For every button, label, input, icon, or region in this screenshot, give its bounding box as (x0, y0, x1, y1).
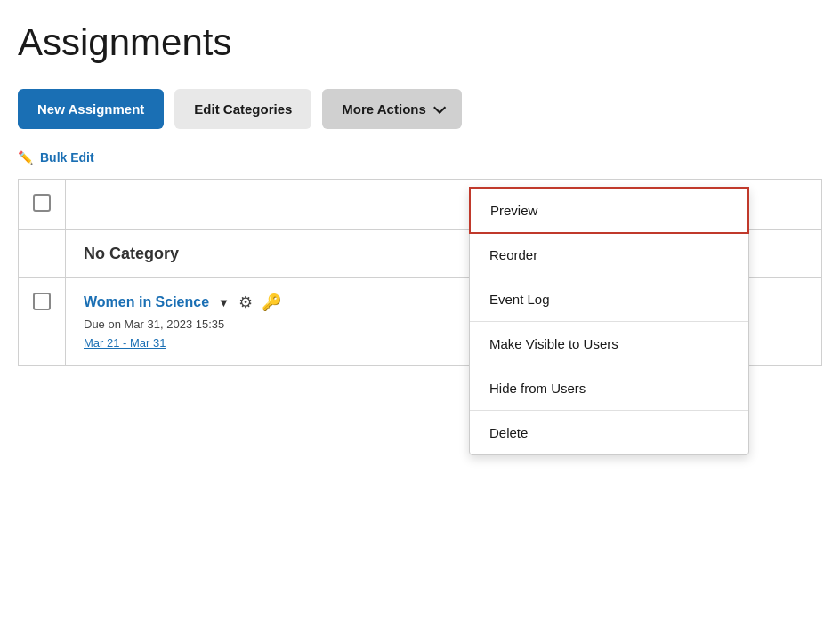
usb-icon[interactable]: ⚙ (238, 293, 253, 312)
more-actions-dropdown: Preview Reorder Event Log Make Visible t… (469, 187, 749, 455)
pencil-icon: ✏️ (18, 150, 33, 165)
assignment-dropdown-icon[interactable]: ▼ (218, 296, 230, 309)
edit-categories-button[interactable]: Edit Categories (174, 89, 311, 129)
more-actions-label: More Actions (342, 101, 425, 117)
assignment-title-link[interactable]: Women in Science (84, 294, 209, 310)
page-title: Assignments (18, 21, 822, 64)
no-category-label: No Category (84, 245, 179, 262)
row-checkbox-1[interactable] (33, 194, 51, 212)
toolbar: New Assignment Edit Categories More Acti… (18, 89, 822, 129)
more-actions-button[interactable]: More Actions (322, 89, 461, 129)
dropdown-item-event-log[interactable]: Event Log (470, 277, 748, 322)
checkbox-cell-1 (19, 180, 66, 230)
dropdown-item-reorder[interactable]: Reorder (470, 233, 748, 277)
dropdown-item-delete[interactable]: Delete (470, 411, 748, 454)
checkbox-cell-3 (19, 278, 66, 366)
dropdown-item-hide[interactable]: Hide from Users (470, 366, 748, 411)
bulk-edit-row: ✏️ Bulk Edit (18, 150, 822, 165)
chevron-down-icon (433, 100, 446, 113)
date-range-link[interactable]: Mar 21 - Mar 31 (84, 336, 166, 350)
page-container: Assignments New Assignment Edit Categori… (0, 0, 840, 627)
new-assignment-button[interactable]: New Assignment (18, 89, 164, 129)
dropdown-item-preview[interactable]: Preview (469, 187, 749, 234)
dropdown-item-make-visible[interactable]: Make Visible to Users (470, 322, 748, 366)
checkbox-cell-2 (19, 230, 66, 278)
bulk-edit-link[interactable]: Bulk Edit (40, 150, 94, 165)
key-icon[interactable]: 🔑 (262, 293, 281, 312)
row-checkbox-3[interactable] (33, 293, 51, 310)
